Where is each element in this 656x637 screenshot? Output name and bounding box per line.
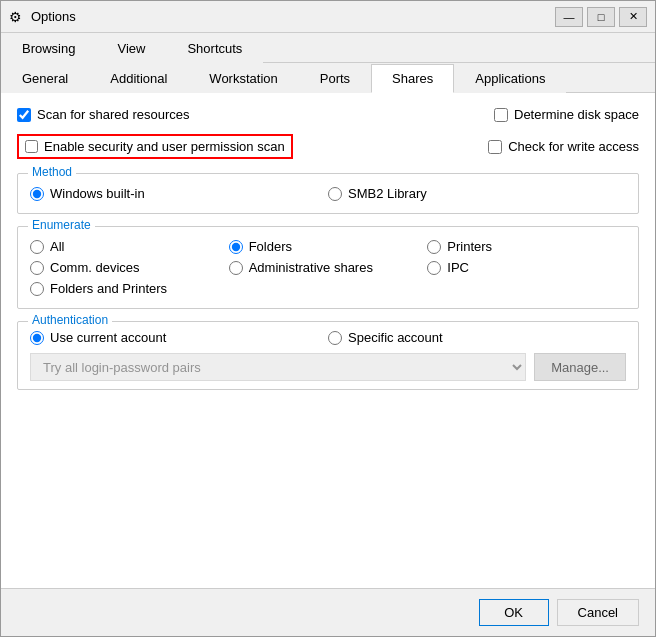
ok-button[interactable]: OK — [479, 599, 549, 626]
all-radio[interactable] — [30, 240, 44, 254]
enumerate-label: Enumerate — [28, 218, 95, 232]
tab-additional[interactable]: Additional — [89, 64, 188, 93]
content-area: Scan for shared resources Determine disk… — [1, 93, 655, 588]
tab-applications[interactable]: Applications — [454, 64, 566, 93]
folders-printers-item: Folders and Printers — [30, 281, 229, 296]
ipc-item: IPC — [427, 260, 626, 275]
use-current-label: Use current account — [50, 330, 166, 345]
options-window: ⚙ Options — □ ✕ Browsing View Shortcuts … — [0, 0, 656, 637]
app-icon: ⚙ — [9, 9, 25, 25]
title-buttons: — □ ✕ — [555, 7, 647, 27]
enumerate-section: Enumerate All Folders Printers Comm. dev… — [17, 226, 639, 309]
ipc-radio[interactable] — [427, 261, 441, 275]
method-label: Method — [28, 165, 76, 179]
check-write-checkbox[interactable] — [488, 140, 502, 154]
bottom-tab-row: General Additional Workstation Ports Sha… — [1, 63, 655, 93]
title-bar: ⚙ Options — □ ✕ — [1, 1, 655, 33]
maximize-button[interactable]: □ — [587, 7, 615, 27]
enable-security-label: Enable security and user permission scan — [44, 139, 285, 154]
checkbox-row-1: Scan for shared resources Determine disk… — [17, 105, 639, 124]
scan-shared-item: Scan for shared resources — [17, 107, 189, 122]
tab-ports[interactable]: Ports — [299, 64, 371, 93]
login-password-dropdown[interactable]: Try all login-password pairs — [30, 353, 526, 381]
method-section: Method Windows built-in SMB2 Library — [17, 173, 639, 214]
determine-disk-item: Determine disk space — [494, 107, 639, 122]
manage-button[interactable]: Manage... — [534, 353, 626, 381]
smb2-library-item: SMB2 Library — [328, 186, 626, 201]
windows-builtin-item: Windows built-in — [30, 186, 328, 201]
folders-label: Folders — [249, 239, 292, 254]
scan-shared-checkbox[interactable] — [17, 108, 31, 122]
login-password-dropdown-wrapper: Try all login-password pairs — [30, 353, 526, 381]
folders-item: Folders — [229, 239, 428, 254]
auth-radio-row: Use current account Specific account — [30, 330, 626, 345]
admin-shares-label: Administrative shares — [249, 260, 373, 275]
close-button[interactable]: ✕ — [619, 7, 647, 27]
tab-general[interactable]: General — [1, 64, 89, 93]
method-radio-row: Windows built-in SMB2 Library — [30, 182, 626, 205]
printers-item: Printers — [427, 239, 626, 254]
enable-security-checkbox[interactable] — [25, 140, 38, 153]
windows-builtin-label: Windows built-in — [50, 186, 145, 201]
determine-disk-label: Determine disk space — [514, 107, 639, 122]
use-current-item: Use current account — [30, 330, 328, 345]
use-current-radio[interactable] — [30, 331, 44, 345]
determine-disk-checkbox[interactable] — [494, 108, 508, 122]
comm-devices-item: Comm. devices — [30, 260, 229, 275]
check-write-item: Check for write access — [488, 139, 639, 154]
authentication-label: Authentication — [28, 313, 112, 327]
window-title: Options — [31, 9, 76, 24]
all-label: All — [50, 239, 64, 254]
check-write-label: Check for write access — [508, 139, 639, 154]
tab-browsing[interactable]: Browsing — [1, 34, 96, 63]
windows-builtin-radio[interactable] — [30, 187, 44, 201]
admin-shares-item: Administrative shares — [229, 260, 428, 275]
smb2-library-radio[interactable] — [328, 187, 342, 201]
auth-content: Use current account Specific account Try… — [30, 330, 626, 381]
checkbox-row-2: Enable security and user permission scan… — [17, 132, 639, 161]
footer: OK Cancel — [1, 588, 655, 636]
folders-radio[interactable] — [229, 240, 243, 254]
specific-account-label: Specific account — [348, 330, 443, 345]
scan-shared-label: Scan for shared resources — [37, 107, 189, 122]
comm-devices-radio[interactable] — [30, 261, 44, 275]
minimize-button[interactable]: — — [555, 7, 583, 27]
comm-devices-label: Comm. devices — [50, 260, 140, 275]
cancel-button[interactable]: Cancel — [557, 599, 639, 626]
folders-printers-radio[interactable] — [30, 282, 44, 296]
tab-shortcuts[interactable]: Shortcuts — [166, 34, 263, 63]
authentication-section: Authentication Use current account Speci… — [17, 321, 639, 390]
specific-account-item: Specific account — [328, 330, 626, 345]
printers-radio[interactable] — [427, 240, 441, 254]
all-item: All — [30, 239, 229, 254]
ipc-label: IPC — [447, 260, 469, 275]
auth-controls: Try all login-password pairs Manage... — [30, 353, 626, 381]
tab-workstation[interactable]: Workstation — [188, 64, 298, 93]
specific-account-radio[interactable] — [328, 331, 342, 345]
smb2-library-label: SMB2 Library — [348, 186, 427, 201]
tab-shares[interactable]: Shares — [371, 64, 454, 93]
enable-security-highlight: Enable security and user permission scan — [17, 134, 293, 159]
title-bar-left: ⚙ Options — [9, 9, 76, 25]
enumerate-grid: All Folders Printers Comm. devices Admin… — [30, 235, 626, 300]
top-tab-row: Browsing View Shortcuts — [1, 33, 655, 63]
printers-label: Printers — [447, 239, 492, 254]
folders-printers-label: Folders and Printers — [50, 281, 167, 296]
admin-shares-radio[interactable] — [229, 261, 243, 275]
tab-view[interactable]: View — [96, 34, 166, 63]
